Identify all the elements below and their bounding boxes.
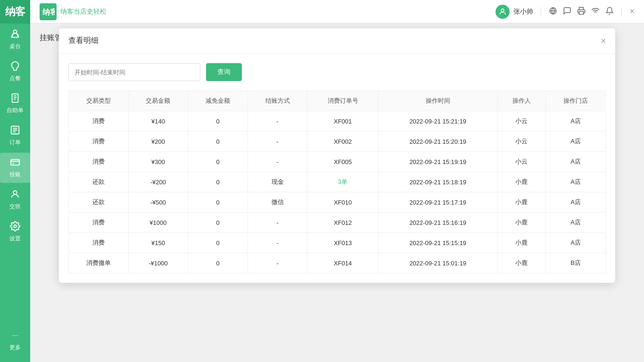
logo-text: 纳客 (5, 5, 25, 19)
sidebar-item-more-label: 更多 (9, 344, 21, 352)
table-row: 消费¥3000-XF0052022-09-21 15:19:19小云A店 (69, 152, 606, 172)
sidebar-item-orders-label: 订单 (9, 139, 21, 147)
sidebar-item-self[interactable]: 自助单 (0, 89, 30, 119)
detail-modal: 查看明细 × 查询 交易类型 交易金额 减免金额 (59, 28, 615, 283)
cell-payment: 现金 (248, 172, 307, 192)
modal-close-button[interactable]: × (601, 37, 606, 45)
col-amount: 交易金额 (128, 91, 188, 111)
topbar-icons (549, 7, 614, 17)
bell-icon[interactable] (605, 7, 614, 17)
shift-icon (10, 189, 20, 201)
orders-icon (10, 125, 20, 137)
search-bar: 查询 (68, 63, 606, 81)
date-range-input[interactable] (68, 63, 200, 81)
table-body: 消费¥1400-XF0012022-09-21 15:21:19小云A店消费¥2… (69, 111, 606, 273)
globe-icon[interactable] (549, 7, 557, 17)
cell-type: 消费 (69, 132, 129, 152)
cell-store: A店 (546, 132, 606, 152)
cell-order-no[interactable]: 3单 (307, 172, 378, 192)
settings-icon (10, 221, 20, 233)
modal-overlay: 查看明细 × 查询 交易类型 交易金额 减免金额 (30, 24, 644, 362)
cell-order-no: XF002 (307, 132, 378, 152)
sidebar-item-shift[interactable]: 交班 (0, 185, 30, 215)
cell-type: 还款 (69, 172, 129, 192)
cell-payment: - (248, 253, 307, 273)
cell-operator: 小云 (497, 132, 546, 152)
cell-order-no: XF014 (307, 253, 378, 273)
cell-operator: 小鹿 (497, 192, 546, 213)
cell-amount: ¥150 (128, 233, 188, 253)
sidebar-item-shift-label: 交班 (9, 203, 21, 211)
svg-rect-20 (579, 11, 584, 14)
search-button[interactable]: 查询 (206, 63, 242, 81)
col-type: 交易类型 (69, 91, 129, 111)
message-icon[interactable] (563, 7, 571, 17)
cell-amount: -¥200 (128, 172, 188, 192)
sidebar-bottom: ··· 更多 (0, 325, 30, 362)
page-content: 挂账管理 查看明细 × 查询 交易类型 (30, 24, 644, 362)
cell-discount: 0 (188, 213, 248, 233)
sidebar-item-settings[interactable]: 设置 (0, 217, 30, 247)
cell-store: A店 (546, 172, 606, 192)
order-icon (10, 61, 20, 73)
sidebar-item-orders[interactable]: 订单 (0, 121, 30, 151)
cell-store: A店 (546, 233, 606, 253)
table-row: 消费¥2000-XF0022022-09-21 15:20:19小云A店 (69, 132, 606, 152)
cell-payment: - (248, 132, 307, 152)
cell-amount: ¥140 (128, 111, 188, 132)
topbar-user: 张小帅 (495, 5, 533, 19)
modal-body: 查询 交易类型 交易金额 减免金额 结账方式 消费订单号 操作时间 操作人 (59, 54, 615, 283)
cell-operator: 小鹿 (497, 213, 546, 233)
cell-time: 2022-09-21 15:19:19 (378, 152, 497, 172)
table-row: 还款-¥5000微信XF0102022-09-21 15:17:19小鹿A店 (69, 192, 606, 213)
table-row: 消费¥10000-XF0122022-09-21 15:16:19小鹿A店 (69, 213, 606, 233)
user-name: 张小帅 (513, 8, 533, 16)
sidebar-item-more[interactable]: ··· 更多 (0, 326, 30, 356)
cell-order-no: XF001 (307, 111, 378, 132)
table-icon (10, 29, 20, 41)
cell-time: 2022-09-21 15:17:19 (378, 192, 497, 213)
wifi-icon[interactable] (591, 7, 600, 17)
more-dots-icon: ··· (12, 331, 18, 340)
cell-type: 消费 (69, 111, 129, 132)
cell-amount: -¥500 (128, 192, 188, 213)
col-order-no: 消费订单号 (307, 91, 378, 111)
cell-amount: ¥200 (128, 132, 188, 152)
table-row: 消费¥1500-XF0132022-09-21 15:15:19小鹿A店 (69, 233, 606, 253)
cell-payment: - (248, 111, 307, 132)
main-area: 纳客 纳客当店史轻松 张小帅 (30, 0, 644, 362)
table-row: 消费撤单-¥10000-XF0142022-09-21 15:01:19小鹿B店 (69, 253, 606, 273)
table-row: 还款-¥2000现金3单2022-09-21 15:18:19小鹿A店 (69, 172, 606, 192)
cell-amount: -¥1000 (128, 253, 188, 273)
svg-point-18 (501, 9, 504, 12)
transactions-table: 交易类型 交易金额 减免金额 结账方式 消费订单号 操作时间 操作人 操作门店 (68, 90, 606, 273)
sidebar: 纳客 桌台 点餐 (0, 0, 30, 362)
table-header-row: 交易类型 交易金额 减免金额 结账方式 消费订单号 操作时间 操作人 操作门店 (69, 91, 606, 111)
sidebar-logo: 纳客 (0, 0, 30, 24)
cell-amount: ¥300 (128, 152, 188, 172)
cell-type: 消费撤单 (69, 253, 129, 273)
cell-store: A店 (546, 111, 606, 132)
col-operator: 操作人 (497, 91, 546, 111)
cell-operator: 小云 (497, 111, 546, 132)
sidebar-item-self-label: 自助单 (7, 107, 24, 115)
cell-operator: 小鹿 (497, 253, 546, 273)
sidebar-item-table[interactable]: 桌台 (0, 25, 30, 55)
cell-order-no: XF010 (307, 192, 378, 213)
table-row: 消费¥1400-XF0012022-09-21 15:21:19小云A店 (69, 111, 606, 132)
cell-discount: 0 (188, 111, 248, 132)
cell-amount: ¥1000 (128, 213, 188, 233)
printer-icon[interactable] (577, 7, 586, 17)
cell-type: 消费 (69, 213, 129, 233)
col-time: 操作时间 (378, 91, 497, 111)
topbar-right: 张小帅 (495, 5, 635, 19)
cell-discount: 0 (188, 172, 248, 192)
svg-point-16 (14, 225, 17, 228)
cell-operator: 小云 (497, 152, 546, 172)
svg-point-15 (13, 191, 17, 194)
sidebar-item-credit[interactable]: 挂账 (0, 153, 30, 183)
cell-operator: 小鹿 (497, 233, 546, 253)
sidebar-item-order[interactable]: 点餐 (0, 57, 30, 87)
topbar-close-button[interactable]: × (629, 7, 635, 16)
self-icon (10, 93, 20, 105)
